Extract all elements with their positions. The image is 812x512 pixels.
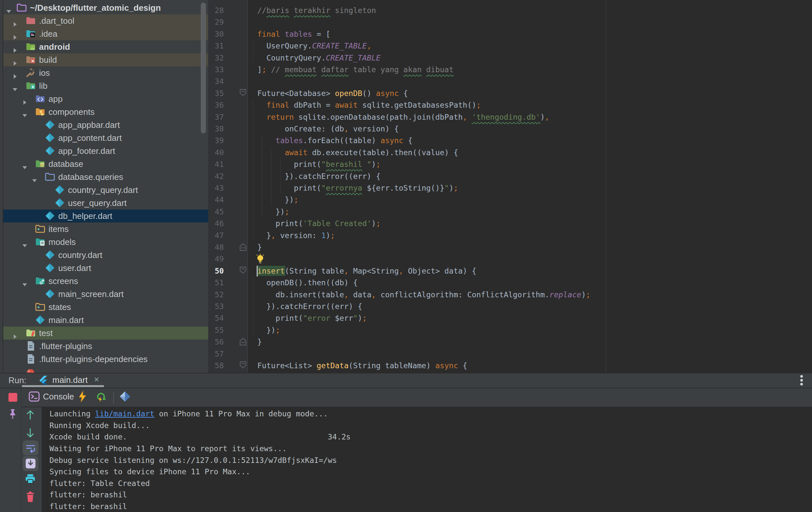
chevron-expanded-icon[interactable] [22,239,28,245]
intention-lightbulb-icon[interactable] [255,254,265,265]
run-tab-main-dart[interactable]: main.dart × [22,373,104,386]
tree-item-states[interactable]: states [3,301,208,313]
code-line-37[interactable]: return sqlite.openDatabase(path.join(dbP… [257,111,549,123]
down-stacktrace-icon[interactable] [25,427,35,439]
stop-button[interactable] [8,393,17,402]
tree-item-build[interactable]: build [3,53,208,66]
tree-item-database-queries[interactable]: database.queries [3,171,208,183]
hot-restart-icon[interactable] [95,390,107,403]
tree-item--desktop-flutter-atomic-design[interactable]: ~/Desktop/flutter_atomic_design [3,1,208,14]
tree-item-partial[interactable] [3,366,208,373]
tree-item-database[interactable]: database [3,157,208,171]
code-line-31[interactable]: UserQuery.CREATE_TABLE, [257,40,372,52]
fold-region-start-icon[interactable] [239,266,246,276]
code-line-36[interactable]: final dbPath = await sqlite.getDatabases… [257,99,481,111]
hot-reload-icon[interactable] [77,390,88,403]
tree-item-screens[interactable]: screens [3,275,208,288]
code-line-47[interactable]: }, version: 1); [257,230,335,241]
chevron-collapsed-icon[interactable] [12,70,18,76]
scroll-to-end-toggle[interactable] [23,456,38,471]
chevron-collapsed-icon[interactable] [12,330,18,336]
tree-item-items[interactable]: items [3,222,208,236]
code-line-42[interactable]: }).catchError((err) { [257,171,381,182]
console-file-link[interactable]: lib/main.dart [95,409,154,418]
code-line-44[interactable]: }); [257,194,298,206]
fold-region-end-icon[interactable] [239,242,246,252]
chevron-expanded-icon[interactable] [22,109,28,115]
chevron-expanded-icon[interactable] [6,5,12,11]
code-line-54[interactable]: print("error $err"); [257,312,367,324]
clear-console-icon[interactable] [25,491,35,502]
tree-item--idea[interactable]: .idea [3,27,208,40]
code-line-30[interactable]: final tables = [ [257,28,330,40]
code-line-45[interactable]: }); [257,206,289,218]
tree-item-country-dart[interactable]: country.dart [3,248,208,262]
tree-item-app-content-dart[interactable]: app_content.dart [3,131,208,144]
code-line-53[interactable]: }).catchError((err) { [257,301,362,312]
tree-item-android[interactable]: android [3,40,208,53]
soft-wrap-toggle[interactable] [23,441,38,455]
code-token: ; [276,326,280,334]
code-line-40[interactable]: await db.execute(table).then((value) { [257,147,458,158]
tree-scrollbar[interactable] [201,3,206,133]
fold-region-start-icon[interactable] [239,88,246,98]
chevron-collapsed-icon[interactable] [12,31,18,37]
code-line-38[interactable]: onCreate: (db, version) { [257,123,399,135]
tree-item--flutter-plugins-dependencies[interactable]: .flutter-plugins-dependencies [3,353,208,366]
tree-item-lib[interactable]: lib [3,79,208,92]
dart-devtools-icon[interactable] [119,390,131,403]
tree-item-models[interactable]: models [3,236,208,248]
folder-plain-icon [35,302,46,312]
code-line-43[interactable]: print("errornya ${err.toString()}"); [257,182,458,194]
chevron-collapsed-icon[interactable] [12,18,18,24]
code-line-48[interactable]: } [257,241,262,253]
code-line-58[interactable]: Future<List> getData(String tableName) a… [257,360,467,371]
up-stacktrace-icon[interactable] [25,409,35,420]
close-tab-icon[interactable]: × [94,375,99,385]
tree-item-app-appbar-dart[interactable]: app_appbar.dart [3,118,208,131]
tree-item-label: ~/Desktop/flutter_atomic_design [30,1,161,14]
code-line-56[interactable]: } [257,336,262,348]
tree-item--flutter-plugins[interactable]: .flutter-plugins [3,340,208,353]
print-console-icon[interactable] [25,474,36,484]
pin-tab-icon[interactable] [8,409,18,420]
code-line-35[interactable]: Future<Database> openDB() async { [257,88,408,99]
tree-item-user-query-dart[interactable]: user_query.dart [3,197,208,209]
code-line-51[interactable]: openDB().then((db) { [257,277,358,289]
tool-window-stripe[interactable] [0,0,3,373]
tree-item-components[interactable]: components [3,106,208,118]
code-line-50[interactable]: insert(String table, Map<String, Object>… [257,265,476,277]
tree-item-test[interactable]: test [3,327,208,340]
tree-item-app-footer-dart[interactable]: app_footer.dart [3,144,208,157]
code-line-41[interactable]: print("berashil "); [257,158,381,170]
tree-item--dart-tool[interactable]: .dart_tool [3,14,208,27]
code-line-33[interactable]: ]; // membuat daftar table yang akan dib… [257,64,454,76]
code-line-39[interactable]: tables.forEach((table) async { [257,135,412,146]
tree-item-ios[interactable]: ios [3,66,208,79]
code-line-46[interactable]: print('Table Created'); [257,218,381,229]
console-output[interactable]: Launching lib/main.dart on iPhone 11 Pro… [41,407,812,512]
code-editor[interactable]: 28//baris terakhir singleton2930final ta… [208,0,812,373]
fold-region-start-icon[interactable] [239,361,246,370]
console-text: flutter: Table Created [50,479,150,488]
tree-item-user-dart[interactable]: user.dart [3,262,208,275]
chevron-collapsed-icon[interactable] [22,96,28,102]
tree-item-main-dart[interactable]: main.dart [3,313,208,327]
chevron-expanded-icon[interactable] [22,278,28,284]
chevron-expanded-icon[interactable] [12,83,18,89]
code-line-32[interactable]: CountryQuery.CREATE_TABLE [257,52,381,64]
chevron-collapsed-icon[interactable] [12,57,18,63]
code-line-28[interactable]: //baris terakhir singleton [257,5,376,16]
more-options-icon[interactable] [800,375,804,386]
code-line-52[interactable]: db.insert(table, data, conflictAlgorithm… [257,289,590,301]
tree-item-app[interactable]: app [3,92,208,106]
chevron-expanded-icon[interactable] [22,161,28,167]
tree-item-country-query-dart[interactable]: country_query.dart [3,183,208,197]
chevron-collapsed-icon[interactable] [12,44,18,50]
chevron-expanded-icon[interactable] [32,174,37,180]
code-line-55[interactable]: }); [257,324,280,336]
code-token: singleton [330,6,376,14]
fold-region-end-icon[interactable] [239,337,246,347]
tree-item-main-screen-dart[interactable]: main_screen.dart [3,288,208,301]
tree-item-db-helper-dart[interactable]: db_helper.dart [3,209,208,222]
